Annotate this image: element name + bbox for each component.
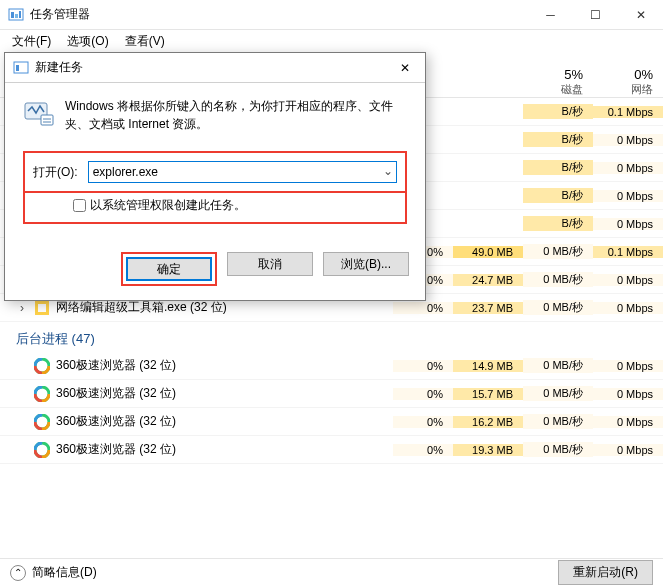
net-cell: 0.1 Mbps bbox=[593, 106, 663, 118]
group-header-background: 后台进程 (47) bbox=[0, 322, 663, 352]
brief-info-link[interactable]: 简略信息(D) bbox=[32, 564, 97, 581]
close-button[interactable]: ✕ bbox=[618, 0, 663, 30]
cpu-cell: 0% bbox=[393, 302, 453, 314]
svg-rect-25 bbox=[16, 65, 19, 71]
mem-cell: 16.2 MB bbox=[453, 416, 523, 428]
cpu-cell: 0% bbox=[393, 416, 453, 428]
net-cell: 0 Mbps bbox=[593, 416, 663, 428]
net-cell: 0 Mbps bbox=[593, 274, 663, 286]
app-icon bbox=[8, 7, 24, 23]
disk-cell: B/秒 bbox=[523, 104, 593, 119]
minimize-button[interactable]: ─ bbox=[528, 0, 573, 30]
dialog-message: Windows 将根据你所键入的名称，为你打开相应的程序、文件夹、文档或 Int… bbox=[65, 97, 407, 133]
disk-cell: 0 MB/秒 bbox=[523, 300, 593, 315]
process-name: 360极速浏览器 (32 位) bbox=[56, 413, 176, 430]
titlebar: 任务管理器 ─ ☐ ✕ bbox=[0, 0, 663, 30]
svg-rect-1 bbox=[11, 12, 14, 18]
ok-button[interactable]: 确定 bbox=[126, 257, 212, 281]
svg-rect-3 bbox=[19, 11, 21, 18]
net-cell: 0 Mbps bbox=[593, 360, 663, 372]
dialog-icon bbox=[13, 60, 29, 76]
svg-rect-27 bbox=[41, 115, 53, 125]
admin-checkbox-row: 以系统管理权限创建此任务。 bbox=[23, 193, 407, 224]
col-disk-pct: 5% bbox=[523, 67, 583, 82]
disk-cell: 0 MB/秒 bbox=[523, 244, 593, 259]
disk-cell: B/秒 bbox=[523, 160, 593, 175]
menu-file[interactable]: 文件(F) bbox=[4, 31, 59, 52]
net-cell: 0 Mbps bbox=[593, 302, 663, 314]
dialog-title: 新建任务 bbox=[35, 59, 83, 76]
chevron-up-icon[interactable]: ⌃ bbox=[10, 565, 26, 581]
open-input[interactable] bbox=[88, 161, 397, 183]
net-cell: 0 Mbps bbox=[593, 444, 663, 456]
svg-rect-2 bbox=[15, 14, 18, 18]
col-net-label: 网络 bbox=[593, 82, 653, 97]
open-label: 打开(O): bbox=[33, 164, 78, 181]
dialog-close-button[interactable]: ✕ bbox=[385, 53, 425, 83]
disk-cell: 0 MB/秒 bbox=[523, 442, 593, 457]
cpu-cell: 0% bbox=[393, 388, 453, 400]
new-task-dialog: 新建任务 ✕ Windows 将根据你所键入的名称，为你打开相应的程序、文件夹、… bbox=[4, 52, 426, 301]
mem-cell: 19.3 MB bbox=[453, 444, 523, 456]
net-cell: 0 Mbps bbox=[593, 162, 663, 174]
ok-button-highlight: 确定 bbox=[121, 252, 217, 286]
disk-cell: B/秒 bbox=[523, 216, 593, 231]
360-icon bbox=[34, 414, 50, 430]
restart-button[interactable]: 重新启动(R) bbox=[558, 560, 653, 585]
maximize-button[interactable]: ☐ bbox=[573, 0, 618, 30]
net-cell: 0 Mbps bbox=[593, 218, 663, 230]
disk-cell: 0 MB/秒 bbox=[523, 272, 593, 287]
360-icon bbox=[34, 386, 50, 402]
mem-cell: 23.7 MB bbox=[453, 302, 523, 314]
360-icon bbox=[34, 358, 50, 374]
expand-icon[interactable]: › bbox=[16, 301, 28, 315]
dialog-titlebar: 新建任务 ✕ bbox=[5, 53, 425, 83]
menu-view[interactable]: 查看(V) bbox=[117, 31, 173, 52]
menubar: 文件(F) 选项(O) 查看(V) bbox=[0, 30, 663, 52]
table-row[interactable]: 360极速浏览器 (32 位)0%19.3 MB0 MB/秒0 Mbps bbox=[0, 436, 663, 464]
admin-checkbox[interactable] bbox=[73, 199, 86, 212]
disk-cell: 0 MB/秒 bbox=[523, 386, 593, 401]
net-cell: 0 Mbps bbox=[593, 190, 663, 202]
disk-cell: B/秒 bbox=[523, 188, 593, 203]
browse-button[interactable]: 浏览(B)... bbox=[323, 252, 409, 276]
table-row[interactable]: 360极速浏览器 (32 位)0%14.9 MB0 MB/秒0 Mbps bbox=[0, 352, 663, 380]
mem-cell: 15.7 MB bbox=[453, 388, 523, 400]
360-icon bbox=[34, 442, 50, 458]
cpu-cell: 0% bbox=[393, 360, 453, 372]
net-cell: 0 Mbps bbox=[593, 388, 663, 400]
window-title: 任务管理器 bbox=[30, 6, 90, 23]
cancel-button[interactable]: 取消 bbox=[227, 252, 313, 276]
col-net-pct: 0% bbox=[593, 67, 653, 82]
net-cell: 0 Mbps bbox=[593, 134, 663, 146]
net-cell: 0.1 Mbps bbox=[593, 246, 663, 258]
mem-cell: 49.0 MB bbox=[453, 246, 523, 258]
table-row[interactable]: 360极速浏览器 (32 位)0%15.7 MB0 MB/秒0 Mbps bbox=[0, 380, 663, 408]
svg-rect-7 bbox=[38, 304, 46, 312]
open-input-row: 打开(O): ⌄ bbox=[23, 151, 407, 193]
admin-label: 以系统管理权限创建此任务。 bbox=[90, 197, 246, 214]
table-row[interactable]: 360极速浏览器 (32 位)0%16.2 MB0 MB/秒0 Mbps bbox=[0, 408, 663, 436]
col-disk-label: 磁盘 bbox=[523, 82, 583, 97]
process-name: 360极速浏览器 (32 位) bbox=[56, 441, 176, 458]
process-name: 网络编辑超级工具箱.exe (32 位) bbox=[56, 299, 227, 316]
mem-cell: 24.7 MB bbox=[453, 274, 523, 286]
menu-options[interactable]: 选项(O) bbox=[59, 31, 116, 52]
tool-icon bbox=[34, 300, 50, 316]
statusbar: ⌃ 简略信息(D) 重新启动(R) bbox=[0, 558, 663, 586]
process-name: 360极速浏览器 (32 位) bbox=[56, 385, 176, 402]
cpu-cell: 0% bbox=[393, 444, 453, 456]
disk-cell: B/秒 bbox=[523, 132, 593, 147]
mem-cell: 14.9 MB bbox=[453, 360, 523, 372]
run-icon bbox=[23, 97, 55, 129]
disk-cell: 0 MB/秒 bbox=[523, 358, 593, 373]
process-name: 360极速浏览器 (32 位) bbox=[56, 357, 176, 374]
disk-cell: 0 MB/秒 bbox=[523, 414, 593, 429]
